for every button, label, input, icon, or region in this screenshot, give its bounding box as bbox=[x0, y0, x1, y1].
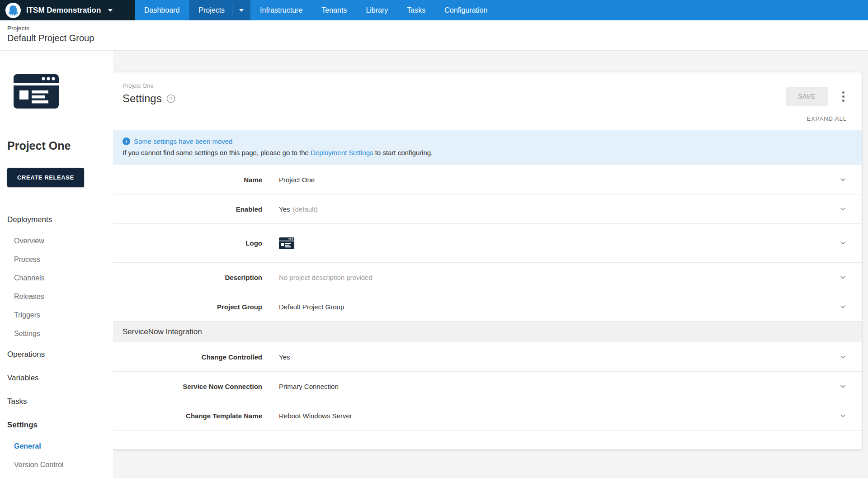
breadcrumb: Projects Default Project Group bbox=[0, 20, 868, 51]
chevron-down-icon bbox=[239, 9, 244, 12]
main-area: Project One Settings ? SAVE EXPAND ALL bbox=[113, 51, 868, 478]
nav-item-projects-active: Projects bbox=[189, 0, 250, 20]
page-title: Default Project Group bbox=[7, 33, 868, 43]
chevron-down-icon bbox=[108, 9, 113, 12]
project-sidebar: Project One CREATE RELEASE Deployments O… bbox=[0, 51, 113, 478]
sidebar-project-name: Project One bbox=[7, 139, 113, 152]
sidebar-item-variables[interactable]: Variables bbox=[7, 366, 113, 390]
callout-title: Some settings have been moved bbox=[134, 136, 232, 147]
info-callout: i Some settings have been moved If you c… bbox=[113, 130, 862, 165]
chevron-down-icon bbox=[839, 353, 847, 361]
chevron-down-icon bbox=[839, 176, 847, 184]
nav-item-library[interactable]: Library bbox=[356, 0, 397, 20]
project-logo-small-icon bbox=[279, 237, 294, 249]
info-icon: i bbox=[123, 137, 130, 145]
sidebar-item-deploy-settings[interactable]: Settings bbox=[7, 324, 113, 343]
deployment-settings-link[interactable]: Deployment Settings bbox=[311, 149, 373, 156]
overflow-menu-icon[interactable] bbox=[840, 87, 847, 106]
callout-body: If you cannot find some settings on this… bbox=[123, 147, 851, 159]
create-release-button[interactable]: CREATE RELEASE bbox=[7, 168, 84, 187]
nav-item-dashboard[interactable]: Dashboard bbox=[135, 0, 189, 20]
nav-item-configuration[interactable]: Configuration bbox=[435, 0, 497, 20]
sidebar-item-releases[interactable]: Releases bbox=[7, 287, 113, 306]
nav-item-infrastructure[interactable]: Infrastructure bbox=[250, 0, 312, 20]
chevron-down-icon bbox=[839, 274, 847, 281]
svg-text:?: ? bbox=[170, 96, 172, 101]
sidebar-nav: Deployments Overview Process Channels Re… bbox=[7, 208, 113, 474]
sidebar-item-operations[interactable]: Operations bbox=[7, 343, 113, 366]
nav-item-projects[interactable]: Projects bbox=[189, 0, 232, 20]
chevron-down-icon bbox=[839, 239, 847, 247]
chevron-down-icon bbox=[839, 303, 847, 311]
setting-row-change-controlled[interactable]: Change Controlled Yes bbox=[113, 342, 862, 372]
setting-row-name[interactable]: Name Project One bbox=[113, 165, 862, 194]
sidebar-item-general[interactable]: General bbox=[7, 437, 113, 455]
sidebar-item-version-control[interactable]: Version Control bbox=[7, 455, 113, 474]
nav-projects-dropdown[interactable] bbox=[232, 0, 250, 20]
nav-item-tasks[interactable]: Tasks bbox=[397, 0, 435, 20]
setting-row-change-template[interactable]: Change Template Name Reboot Windows Serv… bbox=[113, 401, 862, 431]
card-header: Project One Settings ? SAVE bbox=[113, 72, 862, 108]
sidebar-item-channels[interactable]: Channels bbox=[7, 269, 113, 287]
default-hint: (default) bbox=[292, 205, 317, 213]
settings-card: Project One Settings ? SAVE EXPAND ALL bbox=[113, 72, 862, 450]
chevron-down-icon bbox=[839, 412, 847, 420]
sidebar-item-triggers[interactable]: Triggers bbox=[7, 306, 113, 324]
setting-row-description[interactable]: Description No project description provi… bbox=[113, 263, 862, 292]
sidebar-item-overview[interactable]: Overview bbox=[7, 232, 113, 250]
save-button[interactable]: SAVE bbox=[786, 87, 828, 106]
setting-row-enabled[interactable]: Enabled Yes(default) bbox=[113, 194, 862, 224]
setting-row-project-group[interactable]: Project Group Default Project Group bbox=[113, 292, 862, 322]
breadcrumb-parent-link[interactable]: Projects bbox=[7, 25, 868, 32]
sidebar-item-process[interactable]: Process bbox=[7, 250, 113, 269]
top-navigation: ITSM Demonstration Dashboard Projects In… bbox=[0, 0, 868, 20]
project-logo-icon bbox=[14, 74, 59, 109]
space-switcher[interactable]: ITSM Demonstration bbox=[0, 0, 135, 20]
setting-row-servicenow-connection[interactable]: Service Now Connection Primary Connectio… bbox=[113, 372, 862, 401]
expand-all-button[interactable]: EXPAND ALL bbox=[807, 115, 847, 122]
chevron-down-icon bbox=[839, 205, 847, 213]
octopus-logo-icon bbox=[5, 3, 21, 18]
sidebar-item-settings[interactable]: Settings bbox=[7, 413, 113, 437]
setting-row-logo[interactable]: Logo bbox=[113, 224, 862, 263]
nav-item-tenants[interactable]: Tenants bbox=[312, 0, 356, 20]
sidebar-item-tasks[interactable]: Tasks bbox=[7, 390, 113, 413]
help-icon[interactable]: ? bbox=[166, 94, 175, 103]
space-name: ITSM Demonstration bbox=[26, 6, 101, 15]
sidebar-item-deployments[interactable]: Deployments bbox=[7, 208, 113, 232]
settings-title: Settings bbox=[123, 92, 162, 105]
chevron-down-icon bbox=[839, 383, 847, 390]
header-context-label: Project One bbox=[123, 82, 175, 89]
section-header-servicenow: ServiceNow Integration bbox=[113, 322, 862, 342]
